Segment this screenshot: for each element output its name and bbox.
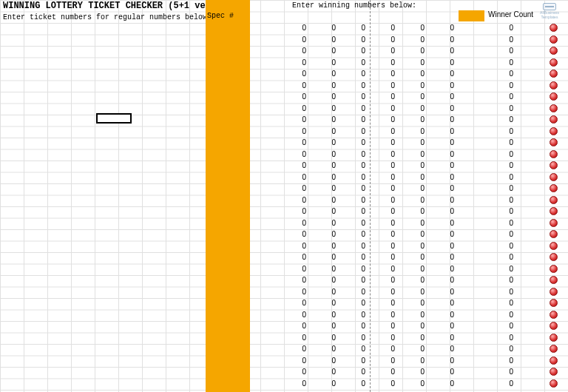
result-cell[interactable]: 0 (399, 47, 429, 55)
result-cell[interactable]: 0 (281, 345, 311, 353)
result-cell[interactable]: 0 (311, 299, 340, 307)
count-value[interactable]: 0 (496, 150, 518, 158)
result-cell[interactable]: 0 (281, 368, 311, 376)
result-cell[interactable]: 0 (399, 219, 429, 227)
result-cell[interactable]: 0 (281, 196, 311, 204)
result-cell[interactable]: 0 (281, 219, 311, 227)
result-cell[interactable]: 0 (340, 47, 370, 55)
selected-cell[interactable] (96, 113, 132, 124)
count-value[interactable]: 0 (496, 196, 518, 204)
result-cell[interactable]: 0 (311, 311, 340, 319)
result-cell[interactable]: 0 (370, 161, 399, 169)
result-cell[interactable]: 0 (429, 81, 459, 89)
result-cell[interactable]: 0 (429, 311, 459, 319)
result-cell[interactable]: 0 (429, 161, 459, 169)
result-cell[interactable]: 0 (429, 36, 459, 44)
result-cell[interactable]: 0 (399, 356, 429, 365)
result-cell[interactable]: 0 (429, 253, 459, 261)
count-value[interactable]: 0 (496, 36, 518, 44)
result-cell[interactable]: 0 (399, 334, 429, 342)
result-cell[interactable]: 0 (370, 196, 399, 204)
result-cell[interactable]: 0 (281, 92, 311, 101)
result-cell[interactable]: 0 (340, 161, 370, 169)
result-cell[interactable]: 0 (311, 81, 340, 89)
result-cell[interactable]: 0 (370, 58, 399, 67)
result-cell[interactable]: 0 (370, 288, 399, 296)
result-cell[interactable]: 0 (429, 379, 459, 388)
count-value[interactable]: 0 (496, 265, 518, 273)
result-cell[interactable]: 0 (429, 127, 459, 135)
result-cell[interactable]: 0 (399, 322, 429, 330)
result-cell[interactable]: 0 (429, 196, 459, 204)
count-value[interactable]: 0 (496, 276, 518, 284)
result-cell[interactable]: 0 (340, 288, 370, 296)
result-cell[interactable]: 0 (311, 173, 340, 181)
result-cell[interactable]: 0 (370, 242, 399, 250)
result-cell[interactable]: 0 (429, 219, 459, 227)
result-cell[interactable]: 0 (340, 322, 370, 330)
result-cell[interactable]: 0 (399, 92, 429, 101)
result-cell[interactable]: 0 (370, 345, 399, 353)
result-cell[interactable]: 0 (340, 92, 370, 101)
result-cell[interactable]: 0 (429, 104, 459, 112)
result-cell[interactable]: 0 (311, 184, 340, 192)
result-cell[interactable]: 0 (340, 36, 370, 44)
result-cell[interactable]: 0 (311, 138, 340, 146)
count-value[interactable]: 0 (496, 322, 518, 330)
result-cell[interactable]: 0 (429, 299, 459, 307)
result-cell[interactable]: 0 (429, 368, 459, 376)
result-cell[interactable]: 0 (399, 207, 429, 215)
result-cell[interactable]: 0 (281, 276, 311, 284)
result-cell[interactable]: 0 (429, 115, 459, 124)
result-cell[interactable]: 0 (340, 58, 370, 67)
result-cell[interactable]: 0 (311, 253, 340, 261)
result-cell[interactable]: 0 (429, 242, 459, 250)
result-cell[interactable]: 0 (370, 379, 399, 388)
result-cell[interactable]: 0 (399, 36, 429, 44)
result-cell[interactable]: 0 (311, 24, 340, 32)
result-cell[interactable]: 0 (370, 356, 399, 365)
result-cell[interactable]: 0 (429, 265, 459, 273)
result-cell[interactable]: 0 (340, 219, 370, 227)
result-cell[interactable]: 0 (340, 184, 370, 192)
result-cell[interactable]: 0 (399, 276, 429, 284)
count-value[interactable]: 0 (496, 368, 518, 376)
count-value[interactable]: 0 (496, 184, 518, 192)
result-cell[interactable]: 0 (311, 230, 340, 238)
result-cell[interactable]: 0 (429, 230, 459, 238)
result-cell[interactable]: 0 (399, 345, 429, 353)
count-value[interactable]: 0 (496, 104, 518, 112)
count-value[interactable]: 0 (496, 219, 518, 227)
result-cell[interactable]: 0 (370, 322, 399, 330)
result-cell[interactable]: 0 (311, 288, 340, 296)
result-cell[interactable]: 0 (281, 138, 311, 146)
result-cell[interactable]: 0 (281, 379, 311, 388)
count-value[interactable]: 0 (496, 242, 518, 250)
result-cell[interactable]: 0 (340, 334, 370, 342)
result-cell[interactable]: 0 (399, 70, 429, 78)
result-cell[interactable]: 0 (370, 368, 399, 376)
count-value[interactable]: 0 (496, 288, 518, 296)
count-value[interactable]: 0 (496, 92, 518, 101)
result-cell[interactable]: 0 (281, 311, 311, 319)
result-cell[interactable]: 0 (281, 150, 311, 158)
result-cell[interactable]: 0 (399, 311, 429, 319)
count-value[interactable]: 0 (496, 311, 518, 319)
result-cell[interactable]: 0 (429, 24, 459, 32)
winning-spec-cell[interactable] (459, 10, 484, 21)
result-cell[interactable]: 0 (281, 322, 311, 330)
count-value[interactable]: 0 (496, 379, 518, 388)
result-cell[interactable]: 0 (281, 184, 311, 192)
result-cell[interactable]: 0 (311, 356, 340, 365)
result-cell[interactable]: 0 (281, 70, 311, 78)
result-cell[interactable]: 0 (370, 173, 399, 181)
result-cell[interactable]: 0 (340, 138, 370, 146)
result-cell[interactable]: 0 (399, 288, 429, 296)
result-cell[interactable]: 0 (281, 265, 311, 273)
result-cell[interactable]: 0 (311, 36, 340, 44)
count-value[interactable]: 0 (496, 115, 518, 124)
result-cell[interactable]: 0 (340, 196, 370, 204)
result-cell[interactable]: 0 (340, 207, 370, 215)
result-cell[interactable]: 0 (399, 230, 429, 238)
result-cell[interactable]: 0 (340, 127, 370, 135)
